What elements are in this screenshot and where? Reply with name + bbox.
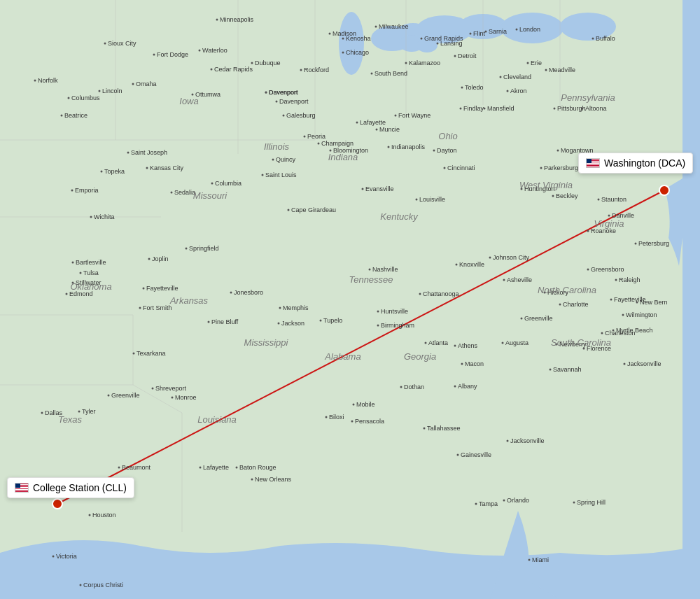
origin-flag bbox=[15, 483, 29, 493]
destination-label: Washington (DCA) bbox=[604, 157, 685, 169]
destination-flag bbox=[586, 158, 600, 168]
origin-airport-box: College Station (CLL) bbox=[7, 477, 134, 498]
map-container: ChicagoMilwaukeeDetroitClevelandIndianap… bbox=[0, 0, 700, 599]
origin-label: College Station (CLL) bbox=[33, 482, 127, 493]
destination-airport-box: Washington (DCA) bbox=[578, 153, 693, 174]
map-background bbox=[0, 0, 700, 599]
